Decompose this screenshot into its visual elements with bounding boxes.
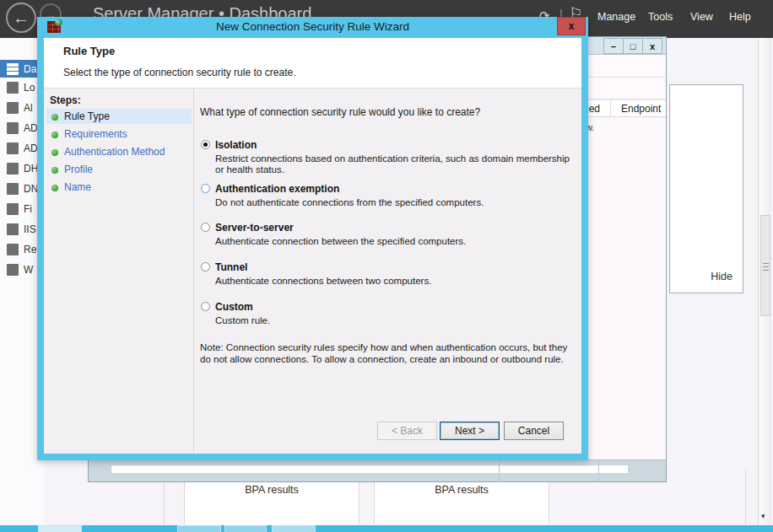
radio-isolation[interactable]	[201, 140, 210, 149]
wds-icon	[7, 264, 19, 276]
step-bullet-icon	[51, 185, 58, 191]
dhcp-icon	[7, 163, 19, 175]
firewall-window-controls: – □ x	[604, 38, 662, 54]
option-server-to-server-desc: Authenticate connection between the spec…	[215, 236, 578, 247]
minimize-button[interactable]: –	[603, 38, 624, 54]
dashboard-detail-panel: Hide	[669, 84, 743, 293]
file-storage-icon	[7, 203, 19, 215]
step-profile[interactable]: Profile	[44, 163, 194, 178]
hide-link[interactable]: Hide	[711, 271, 732, 282]
desktop-screen: ← → Server Manager • Dashboard ⟳ | ⚐ Man…	[0, 0, 773, 532]
option-tunnel-label[interactable]: Tunnel	[215, 261, 247, 273]
all-servers-icon	[7, 102, 19, 114]
step-rule-type[interactable]: Rule Type	[44, 110, 194, 125]
steps-heading: Steps:	[50, 94, 81, 106]
option-isolation-desc: Restrict connections based on authentica…	[215, 153, 578, 175]
step-authentication-method[interactable]: Authentication Method	[44, 145, 194, 160]
ad-cs-icon	[7, 122, 19, 134]
step-requirements[interactable]: Requirements	[44, 127, 194, 142]
taskbar-app-3[interactable]	[224, 525, 267, 532]
close-window-button[interactable]: x	[642, 38, 662, 54]
taskbar-app-4[interactable]	[272, 525, 316, 532]
cancel-button[interactable]: Cancel	[504, 422, 564, 440]
option-isolation-label[interactable]: Isolation	[215, 139, 257, 151]
wizard-title: New Connection Security Rule Wizard	[37, 17, 588, 38]
menu-help[interactable]: Help	[729, 11, 751, 23]
option-tunnel-desc: Authenticate connections between two com…	[215, 276, 578, 287]
step-bullet-icon	[51, 132, 58, 138]
column-enabled[interactable]: led	[587, 103, 600, 115]
radio-authentication-exemption[interactable]	[201, 184, 210, 193]
wizard-close-button[interactable]: x	[557, 17, 586, 35]
step-bullet-icon	[51, 149, 58, 156]
firewall-statusbar	[89, 459, 666, 481]
firewall-brick-globe-icon	[47, 21, 61, 33]
radio-server-to-server[interactable]	[201, 223, 210, 232]
step-bullet-icon	[51, 167, 58, 174]
new-connection-security-rule-wizard: New Connection Security Rule Wizard x Ru…	[37, 17, 588, 460]
wizard-note: Note: Connection security rules specify …	[200, 341, 578, 365]
scroll-down-arrow-icon[interactable]: ▾	[761, 512, 765, 520]
remote-desktop-icon	[7, 244, 19, 255]
back-arrow-icon: ←	[13, 8, 30, 28]
back-wizard-button[interactable]: < Back	[377, 422, 437, 440]
dashboard-grid-icon	[7, 63, 19, 75]
steps-panel: Steps: Rule Type Requirements Authentica…	[44, 89, 194, 454]
ad-ds-icon	[7, 142, 19, 154]
page-title: Rule Type	[63, 45, 115, 57]
menu-tools[interactable]: Tools	[648, 11, 673, 23]
vertical-scrollbar[interactable]: ▾	[758, 38, 771, 525]
rule-type-question: What type of connection security rule wo…	[200, 106, 580, 118]
dns-icon	[7, 183, 19, 195]
horizontal-scrollbar[interactable]	[111, 465, 629, 474]
taskbar-app-2[interactable]	[177, 525, 221, 532]
wizard-header: Rule Type Select the type of connection …	[44, 38, 581, 89]
radio-tunnel[interactable]	[201, 262, 210, 271]
tile-divider-right	[745, 469, 746, 524]
scrollbar-thumb[interactable]	[760, 215, 770, 316]
radio-custom[interactable]	[201, 302, 210, 311]
back-button[interactable]: ←	[6, 3, 36, 33]
menu-manage[interactable]: Manage	[597, 11, 635, 23]
step-bullet-icon	[51, 114, 58, 121]
page-subtitle: Select the type of connection security r…	[63, 67, 295, 78]
option-server-to-server-label[interactable]: Server-to-server	[215, 222, 294, 234]
option-custom-label[interactable]: Custom	[215, 301, 253, 313]
scrollbar-grip-icon	[763, 263, 769, 264]
maximize-button[interactable]: □	[623, 38, 643, 54]
iis-icon	[7, 223, 19, 235]
next-button[interactable]: Next >	[440, 422, 500, 440]
wizard-body: Rule Type Select the type of connection …	[44, 38, 581, 454]
taskbar-app-1[interactable]	[38, 525, 82, 532]
menu-view[interactable]: View	[690, 11, 713, 23]
option-authentication-exemption-label[interactable]: Authentication exemption	[215, 183, 339, 195]
taskbar[interactable]	[0, 525, 773, 532]
option-authentication-exemption-desc: Do not authenticate connections from the…	[215, 197, 578, 208]
column-endpoint[interactable]: Endpoint	[621, 103, 661, 115]
local-server-icon	[7, 82, 19, 94]
step-name[interactable]: Name	[44, 180, 194, 196]
option-custom-desc: Custom rule.	[215, 315, 578, 326]
